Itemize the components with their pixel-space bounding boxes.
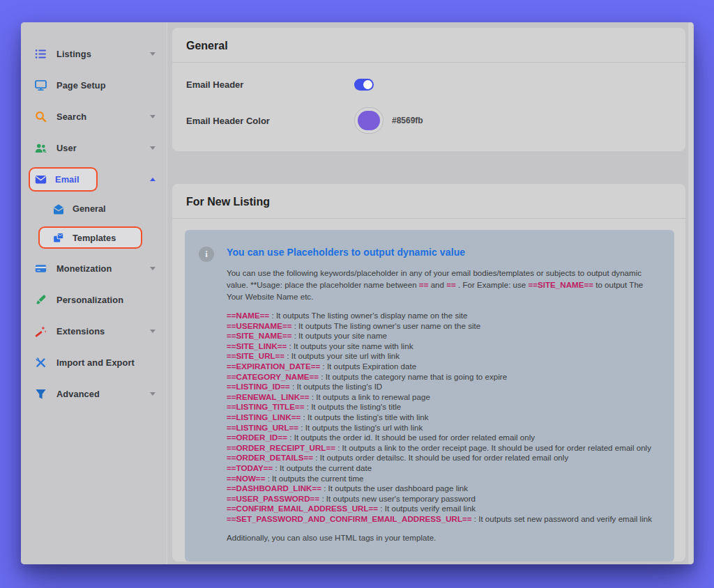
info-heading: You can use Placeholders to output dynam… xyxy=(227,247,653,258)
placeholder-desc: : It outputs The listing owner's user na… xyxy=(291,321,480,330)
placeholder-row: ==NOW== : It outputs the current time xyxy=(227,474,653,484)
brush-icon xyxy=(35,294,47,306)
email-header-label: Email Header xyxy=(186,79,354,90)
color-picker-swatch[interactable] xyxy=(354,107,383,134)
placeholder-desc: : It outputs the user dashboard page lin… xyxy=(321,483,468,493)
placeholder-token: ==LISTING_ID== xyxy=(227,382,290,391)
sidebar-item-personalization[interactable]: Personalization xyxy=(21,284,167,316)
placeholder-desc: : It outputs the listing's url with link xyxy=(298,423,423,432)
templates-icon xyxy=(53,232,64,243)
sidebar-item-search[interactable]: Search xyxy=(21,101,167,132)
settings-content: General Email Header Email Header Color … xyxy=(167,22,694,564)
placeholder-token: ==EXPIRATION_DATE== xyxy=(227,362,320,371)
scrollbar-track[interactable] xyxy=(688,22,693,564)
sidebar-item-monetization[interactable]: Monetization xyxy=(21,253,167,284)
toggle-knob xyxy=(363,80,372,89)
placeholder-row: ==USER_PASSWORD== : It outputs new user'… xyxy=(227,494,653,504)
sidebar-item-label: User xyxy=(56,143,77,153)
mail-icon xyxy=(35,173,47,185)
placeholder-token: ==TODAY== xyxy=(227,463,273,472)
placeholder-token: ==RENEWAL_LINK== xyxy=(227,392,310,401)
monitor-icon xyxy=(35,79,47,91)
placeholder-token: ==USERNAME== xyxy=(227,321,291,330)
placeholder-row: ==LISTING_TITLE== : It outputs the listi… xyxy=(227,402,653,412)
placeholder-token: ==ORDER_RECEIPT_URL== xyxy=(227,443,335,452)
info-icon: i xyxy=(199,247,214,262)
placeholder-desc: : It outputs a link to renewal page xyxy=(310,392,430,401)
placeholder-row: ==ORDER_DETAILS== : It outputs order det… xyxy=(227,453,653,463)
sidebar-item-extensions[interactable]: Extensions xyxy=(21,316,167,347)
placeholder-desc: : It outputs the order id. It should be … xyxy=(287,433,535,442)
placeholder-token: ==CATEGORY_NAME== xyxy=(227,372,319,381)
placeholder-row: ==NAME== : It outputs The listing owner'… xyxy=(227,311,653,321)
sidebar-item-label: General xyxy=(73,203,106,214)
placeholder-desc: : It outputs verify email link xyxy=(378,504,476,513)
placeholder-desc: : It outputs set new password and verify… xyxy=(472,514,652,523)
sidebar-item-label: Monetization xyxy=(56,263,112,274)
placeholder-token: ==SITE_URL== xyxy=(227,351,284,360)
placeholder-token: ==DASHBOARD_LINK== xyxy=(227,483,321,493)
wand-icon xyxy=(35,325,47,337)
email-header-color-label: Email Header Color xyxy=(186,116,354,126)
sidebar-item-email-templates[interactable]: Templates xyxy=(21,222,167,253)
email-header-toggle[interactable] xyxy=(354,79,374,91)
sidebar-item-email[interactable]: Email xyxy=(21,164,167,195)
info-body: You can use Placeholders to output dynam… xyxy=(227,247,653,542)
placeholder-token: ==CONFIRM_EMAIL_ADDRESS_URL== xyxy=(227,504,378,513)
sidebar-item-label: Import and Export xyxy=(56,357,135,368)
placeholder-desc: : It outputs the current time xyxy=(265,474,363,483)
placeholder-desc: : It outputs your site name xyxy=(291,331,387,340)
placeholder-row: ==ORDER_RECEIPT_URL== : It outputs a lin… xyxy=(227,443,653,454)
sidebar-item-label: Search xyxy=(56,111,86,122)
placeholder-desc: : It outputs your site name with link xyxy=(287,341,413,350)
placeholder-row: ==DASHBOARD_LINK== : It outputs the user… xyxy=(227,483,653,494)
info-intro: You can use the following keywords/place… xyxy=(227,267,653,302)
placeholder-token: ==SITE_NAME== xyxy=(227,331,291,340)
email-header-row: Email Header xyxy=(172,79,685,91)
placeholder-row: ==LISTING_LINK== : It outputs the listin… xyxy=(227,412,653,423)
placeholder-token: ==SITE_NAME== xyxy=(529,280,593,289)
placeholder-row: ==CONFIRM_EMAIL_ADDRESS_URL== : It outpu… xyxy=(227,504,653,514)
sidebar-item-label: Email xyxy=(55,174,79,185)
placeholder-row: ==SITE_LINK== : It outputs your site nam… xyxy=(227,341,653,352)
placeholder-desc: : It outputs Expiration date xyxy=(320,362,416,371)
placeholder-desc: : It outputs new user's temporary passwo… xyxy=(319,494,476,503)
credit-card-icon xyxy=(35,263,47,274)
sidebar-item-user[interactable]: User xyxy=(21,132,167,164)
color-swatch-fill xyxy=(358,111,380,130)
chevron-down-icon xyxy=(150,52,155,56)
placeholder-row: ==SITE_URL== : It outputs your site url … xyxy=(227,351,653,362)
placeholder-token: ==NAME== xyxy=(227,311,269,320)
placeholder-desc: : It outputs your site url with link xyxy=(284,351,400,360)
placeholder-desc: : It outputs the listing's title with li… xyxy=(301,412,428,421)
placeholders-info-box: i You can use Placeholders to output dyn… xyxy=(185,230,674,562)
placeholder-desc: : It outputs The listing owner's display… xyxy=(269,311,467,320)
sidebar-item-import-export[interactable]: Import and Export xyxy=(21,347,167,378)
sidebar-item-label: Personalization xyxy=(56,295,123,305)
placeholder-row: ==CATEGORY_NAME== : It outputs the categ… xyxy=(227,372,653,382)
placeholder-token: ==ORDER_DETAILS== xyxy=(227,453,313,462)
sidebar-item-email-general[interactable]: General xyxy=(21,195,167,222)
chevron-down-icon xyxy=(150,392,155,396)
sidebar-item-listings[interactable]: Listings xyxy=(21,38,167,70)
templates-highlight-box: Templates xyxy=(38,226,142,249)
placeholder-list: ==NAME== : It outputs The listing owner'… xyxy=(227,311,653,524)
sidebar-item-label: Advanced xyxy=(56,389,100,399)
new-listing-card: For New Listing i You can use Placeholde… xyxy=(172,184,685,562)
chevron-up-icon xyxy=(150,178,155,181)
chevron-down-icon xyxy=(150,115,155,118)
sidebar-item-page-setup[interactable]: Page Setup xyxy=(21,70,167,101)
placeholder-row: ==ORDER_ID== : It outputs the order id. … xyxy=(227,433,653,443)
placeholder-row: ==LISTING_ID== : It outputs the listing'… xyxy=(227,382,653,392)
new-listing-card-title: For New Listing xyxy=(172,184,685,219)
sidebar-item-label: Extensions xyxy=(56,326,105,336)
list-icon xyxy=(35,48,47,60)
general-card: General Email Header Email Header Color … xyxy=(172,28,685,151)
sidebar-item-advanced[interactable]: Advanced xyxy=(21,378,167,410)
filter-icon xyxy=(35,388,47,400)
placeholder-desc: : It outputs the listing's ID xyxy=(290,382,382,391)
placeholder-desc: : It outputs the current date xyxy=(273,463,372,472)
chevron-down-icon xyxy=(150,267,155,270)
settings-sidebar: Listings Page Setup Search User xyxy=(21,22,167,564)
search-icon xyxy=(35,111,47,123)
